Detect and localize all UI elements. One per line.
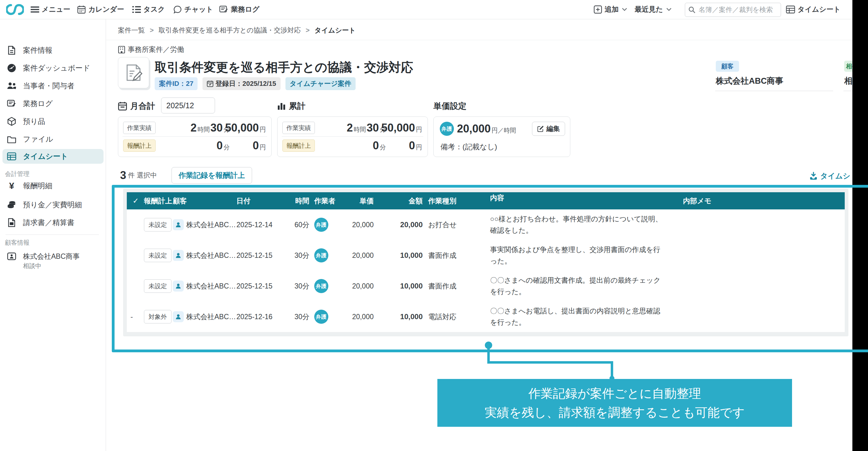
sidebar-item-timesheet[interactable]: タイムシート <box>2 149 103 164</box>
table-row[interactable]: - 対象外 株式会社ABC… 2025-12-16 30分 弁護 20,000 … <box>127 301 845 332</box>
sidebar-item-case-info[interactable]: 案件情報 <box>0 43 106 58</box>
rate-cell: 20,000 <box>334 251 374 260</box>
duration-cell: 30分 <box>279 281 309 291</box>
amount-cell: 10,000 <box>380 282 423 290</box>
header-duration[interactable]: 時間 <box>279 192 309 209</box>
work-actual-badge: 作業実績 <box>123 122 156 134</box>
breadcrumb-case-name[interactable]: 取引条件変更を巡る相手方との協議・交渉対応 <box>159 26 301 35</box>
global-search-box[interactable] <box>685 3 781 17</box>
cumulative-billed-time: 0分 <box>325 139 386 152</box>
duration-cell: 30分 <box>279 312 309 321</box>
fee-recorded-badge: 報酬計上 <box>123 140 156 152</box>
header-client[interactable]: 顧客 <box>173 192 187 209</box>
task-list-icon <box>132 5 141 13</box>
hours-unit: 時間 <box>354 125 366 134</box>
sidebar-client-name: 株式会社ABC商事 <box>23 252 80 261</box>
calendar-nav-button[interactable]: カレンダー <box>77 5 124 14</box>
chat-button[interactable]: チャット <box>173 5 213 14</box>
worker-cell: 弁護 <box>314 310 328 324</box>
cumulative-actual-amount: 50,000円 <box>381 121 423 134</box>
sidebar-item-deposit-expense[interactable]: 預り金／実費明細 <box>0 197 106 212</box>
sidebar-item-invoices[interactable]: 請求書／精算書 <box>0 215 106 230</box>
fee-status-badge[interactable]: 未設定 <box>144 279 172 293</box>
folder-icon <box>7 135 17 143</box>
person-icon <box>173 281 184 291</box>
description-cell: 〇〇さまへお電話し、提出書面の内容説明と意思確認を行った。 <box>490 305 663 328</box>
header-work-type[interactable]: 作業種別 <box>428 192 456 209</box>
sidebar-item-deposited-items[interactable]: 預り品 <box>0 114 106 129</box>
timesheet-top-button[interactable]: タイムシート <box>786 5 841 14</box>
case-category-label: 事務所案件／労働 <box>128 45 184 54</box>
plus-square-icon <box>594 5 602 14</box>
record-fee-button[interactable]: 作業記録を報酬計上 <box>172 167 252 184</box>
rate-unit: 円／時間 <box>492 126 516 135</box>
table-row[interactable]: 未設定 株式会社ABC… 2025-12-14 60分 弁護 20,000 20… <box>127 209 845 240</box>
table-row[interactable]: 未設定 株式会社ABC… 2025-12-15 30分 弁護 20,000 10… <box>127 271 845 301</box>
header-worker[interactable]: 作業者 <box>314 192 335 209</box>
id-card-icon <box>7 252 17 261</box>
amount-unit: 円 <box>260 143 266 151</box>
tasks-button[interactable]: タスク <box>132 5 165 14</box>
sidebar-item-worklog[interactable]: 業務ログ <box>0 96 106 111</box>
case-id-badge: 案件ID：27 <box>155 77 197 90</box>
selection-summary: 3 件 選択中 <box>120 167 157 184</box>
amount-unit: 円 <box>260 125 266 134</box>
monthly-billed-time: 0分 <box>166 139 230 152</box>
people-icon <box>7 82 17 90</box>
search-input[interactable] <box>698 5 778 14</box>
sidebar-section-client-info: 顧客情報 <box>5 238 29 247</box>
work-actual-badge: 作業実績 <box>282 122 315 134</box>
client-name[interactable]: 株式会社ABC商事 <box>716 76 783 86</box>
timesheet-table: 報酬計上 顧客 日付 時間 作業者 単価 金額 作業種別 内容 内部メモ 未設定… <box>123 189 848 336</box>
brand-logo-icon[interactable] <box>6 3 24 16</box>
rate-setting-card: 弁護 20,000 円／時間 編集 備考：(記載なし) <box>433 116 570 157</box>
table-row[interactable]: 未設定 株式会社ABC… 2025-12-15 30分 弁護 20,000 10… <box>127 240 845 271</box>
sidebar-item-files[interactable]: ファイル <box>0 132 106 146</box>
right-black-strip <box>852 0 868 451</box>
rate-cell: 20,000 <box>334 313 374 321</box>
case-category: 事務所案件／労働 <box>118 45 184 54</box>
sidebar-item-case-dashboard[interactable]: 案件ダッシュボード <box>0 61 106 76</box>
fee-status-badge[interactable]: 対象外 <box>144 310 172 323</box>
timesheet-export-link[interactable]: タイムシ <box>809 171 852 181</box>
sidebar-label: 請求書／精算書 <box>23 218 74 227</box>
monthly-total-card: 作業実績 2時間30分 50,000円 報酬計上 0分 0円 <box>118 116 272 157</box>
header-rate[interactable]: 単価 <box>334 192 374 209</box>
chevron-down-icon <box>666 8 672 11</box>
sidebar-item-fee-details[interactable]: ¥ 報酬明細 <box>0 178 106 193</box>
recently-viewed-dropdown[interactable]: 最近見た <box>634 5 672 14</box>
add-dropdown-button[interactable]: 追加 <box>594 5 627 14</box>
amount-value: 0 <box>253 139 259 152</box>
work-type-cell: お打合せ <box>428 220 457 230</box>
worklog-nav-button[interactable]: 業務ログ <box>219 5 259 14</box>
fee-status-badge[interactable]: 未設定 <box>144 249 172 262</box>
minutes-unit: 分 <box>380 143 386 151</box>
header-internal-memo[interactable]: 内部メモ <box>683 192 712 209</box>
month-period-select[interactable]: 2025/12 <box>161 97 215 113</box>
date-cell: 2025-12-16 <box>237 313 273 321</box>
rate-cell: 20,000 <box>334 221 374 229</box>
row-unchecked-mark: - <box>130 312 133 321</box>
registered-date-badge: 登録日：2025/12/15 <box>203 77 280 90</box>
worker-cell: 弁護 <box>314 218 328 232</box>
header-amount[interactable]: 金額 <box>380 192 423 209</box>
edit-label: 編集 <box>547 124 560 133</box>
amount-value: 50,000 <box>225 121 259 134</box>
client-cell: 株式会社ABC… <box>173 311 236 322</box>
sidebar-label: 預り品 <box>23 116 45 126</box>
header-date[interactable]: 日付 <box>237 192 251 209</box>
selected-count-suffix: 件 選択中 <box>128 171 157 180</box>
fee-status-badge[interactable]: 未設定 <box>144 218 172 231</box>
header-description[interactable]: 内容 <box>490 192 663 209</box>
edit-rate-button[interactable]: 編集 <box>532 122 565 136</box>
amount-cell: 10,000 <box>380 251 423 260</box>
table-header-row: 報酬計上 顧客 日付 時間 作業者 単価 金額 作業種別 内容 内部メモ <box>127 192 845 209</box>
lawyer-role-badge: 弁護 <box>440 122 454 136</box>
worklog-label: 業務ログ <box>231 5 259 14</box>
rate-setting-label: 単価設定 <box>433 101 466 112</box>
sidebar-item-client[interactable]: 株式会社ABC商事 <box>0 249 106 264</box>
sidebar-item-parties[interactable]: 当事者・関与者 <box>0 79 106 93</box>
menu-button[interactable]: メニュー <box>31 5 70 14</box>
timesheet-top-label: タイムシート <box>798 5 841 14</box>
breadcrumb-case-list[interactable]: 案件一覧 <box>118 26 145 35</box>
